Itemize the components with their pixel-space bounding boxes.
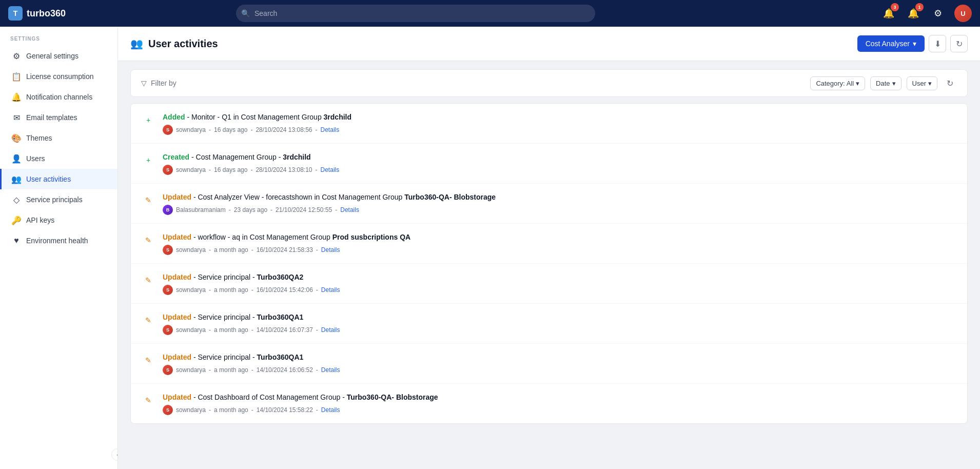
user-avatar[interactable]: U — [954, 5, 972, 22]
activity-details-link[interactable]: Details — [340, 206, 359, 213]
activity-type-icon: ✎ — [141, 193, 155, 207]
top-navigation: T turbo360 🔍 🔔 3 🔔 1 ⚙ U — [0, 0, 980, 27]
activity-item: ✎ Updated - Cost Analyzer View - forecas… — [131, 184, 967, 224]
activity-meta: S sowndarya - a month ago - 16/10/2024 2… — [163, 245, 957, 255]
activity-content: Updated - Cost Dashboard of Cost Managem… — [163, 392, 957, 415]
sidebar-item-api-keys[interactable]: 🔑 API keys — [0, 210, 117, 230]
sidebar-item-users[interactable]: 👤 Users — [0, 148, 117, 169]
sidebar-collapse-button[interactable]: ‹ — [111, 448, 118, 461]
category-filter[interactable]: Category: All ▾ — [810, 76, 865, 90]
activity-type-icon: ✎ — [141, 353, 155, 367]
activity-details-link[interactable]: Details — [321, 246, 340, 253]
activity-details-link[interactable]: Details — [321, 326, 340, 334]
search-bar: 🔍 — [236, 5, 595, 22]
activity-user: sowndarya — [176, 286, 206, 294]
sidebar-item-environment-health[interactable]: ♥ Environment health — [0, 230, 117, 251]
brand-icon: T — [8, 6, 23, 21]
sidebar-label-general-settings: General settings — [26, 52, 79, 60]
activity-meta: S sowndarya - a month ago - 14/10/2024 1… — [163, 405, 957, 415]
sidebar-label-service-principals: Service principals — [26, 196, 83, 204]
activity-user: sowndarya — [176, 166, 206, 173]
activity-bold: Turbo360QA1 — [257, 353, 304, 361]
user-avatar-small: S — [163, 125, 173, 135]
chevron-down-icon: ▾ — [913, 40, 916, 48]
sidebar-item-general-settings[interactable]: ⚙ General settings — [0, 46, 117, 66]
activity-separator: - — [209, 166, 211, 173]
chevron-down-icon: ▾ — [892, 80, 896, 87]
activity-time-exact: 14/10/2024 16:07:37 — [257, 326, 313, 334]
activity-details-link[interactable]: Details — [321, 166, 340, 173]
sidebar-item-email-templates[interactable]: ✉ Email templates — [0, 107, 117, 128]
activity-type-label: Updated — [163, 393, 191, 401]
page-title: User activities — [148, 38, 218, 50]
activity-title: Updated - Cost Dashboard of Cost Managem… — [163, 392, 957, 403]
user-avatar-small: S — [163, 325, 173, 335]
activity-content: Updated - Service principal - Turbo360QA… — [163, 272, 957, 295]
sidebar: SETTINGS ⚙ General settings 📋 License co… — [0, 27, 118, 469]
alerts-button[interactable]: 🔔 1 — [905, 5, 922, 22]
sidebar-icon-user-activities: 👥 — [12, 174, 21, 184]
activity-description: - Cost Management Group - 3rdchild — [191, 153, 311, 161]
sidebar-label-email-templates: Email templates — [26, 113, 77, 122]
filter-right: Category: All ▾ Date ▾ User ▾ ↻ — [810, 76, 957, 90]
notifications-button[interactable]: 🔔 3 — [880, 5, 897, 22]
date-filter[interactable]: Date ▾ — [870, 76, 901, 90]
activity-separator: - — [209, 366, 211, 374]
activity-description: - Service principal - Turbo360QA2 — [193, 273, 303, 281]
activity-bold: 3rdchild — [283, 153, 310, 161]
nav-icons: 🔔 3 🔔 1 ⚙ U — [880, 5, 972, 22]
search-input[interactable] — [236, 5, 595, 22]
activity-time-relative: 16 days ago — [214, 126, 247, 133]
sidebar-item-user-activities[interactable]: 👥 User activities — [0, 169, 117, 189]
activity-time-exact: 28/10/2024 13:08:10 — [256, 166, 312, 173]
activity-separator: - — [209, 246, 211, 253]
activity-type-label: Created — [163, 153, 189, 161]
filter-refresh-button[interactable]: ↻ — [943, 76, 957, 90]
activity-time-exact: 28/10/2024 13:08:56 — [256, 126, 312, 133]
activity-type-icon: ✎ — [141, 313, 155, 327]
activity-separator: - — [229, 206, 231, 213]
activity-type-label: Updated — [163, 313, 191, 321]
activity-details-link[interactable]: Details — [321, 286, 340, 294]
activity-details-link[interactable]: Details — [321, 366, 340, 374]
activity-content: Updated - Cost Analyzer View - forecasts… — [163, 192, 957, 215]
activity-meta: S sowndarya - a month ago - 14/10/2024 1… — [163, 325, 957, 335]
activity-meta: S sowndarya - 16 days ago - 28/10/2024 1… — [163, 165, 957, 175]
activity-meta: S sowndarya - a month ago - 16/10/2024 1… — [163, 285, 957, 295]
cost-analyser-button[interactable]: Cost Analyser ▾ — [857, 35, 925, 52]
brand-logo[interactable]: T turbo360 — [8, 6, 90, 21]
sidebar-item-service-principals[interactable]: ◇ Service principals — [0, 189, 117, 210]
activity-time-relative: a month ago — [214, 326, 248, 334]
refresh-button[interactable]: ↻ — [950, 35, 968, 52]
activity-details-link[interactable]: Details — [321, 406, 340, 414]
category-label: Category: All — [816, 80, 854, 87]
activity-title: Updated - Cost Analyzer View - forecasts… — [163, 192, 957, 203]
header-actions: Cost Analyser ▾ ⬇ ↻ — [857, 35, 968, 52]
sidebar-item-license-consumption[interactable]: 📋 License consumption — [0, 66, 117, 87]
activity-separator: - — [209, 126, 211, 133]
activity-meta: B Balasubramaniam - 23 days ago - 21/10/… — [163, 205, 957, 215]
notifications-badge: 3 — [891, 3, 899, 11]
activity-details-link[interactable]: Details — [321, 126, 340, 133]
activity-time-relative: a month ago — [214, 366, 248, 374]
search-icon: 🔍 — [241, 9, 250, 17]
sidebar-item-notification-channels[interactable]: 🔔 Notification channels — [0, 87, 117, 107]
filter-icon: ▽ — [141, 79, 147, 87]
user-filter[interactable]: User ▾ — [907, 76, 937, 90]
activity-type-icon: ✎ — [141, 393, 155, 407]
sidebar-label-user-activities: User activities — [26, 175, 71, 183]
activity-separator: - — [251, 286, 253, 294]
settings-button[interactable]: ⚙ — [930, 5, 946, 22]
activity-separator: - — [316, 246, 318, 253]
gear-icon: ⚙ — [934, 8, 942, 19]
activity-time-relative: a month ago — [214, 286, 248, 294]
activity-type-icon: ✎ — [141, 233, 155, 247]
activity-separator: - — [335, 206, 337, 213]
sidebar-label-license-consumption: License consumption — [26, 72, 94, 81]
activity-type-label: Updated — [163, 233, 191, 241]
sidebar-item-themes[interactable]: 🎨 Themes — [0, 128, 117, 148]
activity-user: sowndarya — [176, 366, 206, 374]
filter-left: ▽ Filter by — [141, 79, 177, 87]
download-button[interactable]: ⬇ — [929, 35, 946, 52]
activity-type-icon: ✎ — [141, 273, 155, 287]
